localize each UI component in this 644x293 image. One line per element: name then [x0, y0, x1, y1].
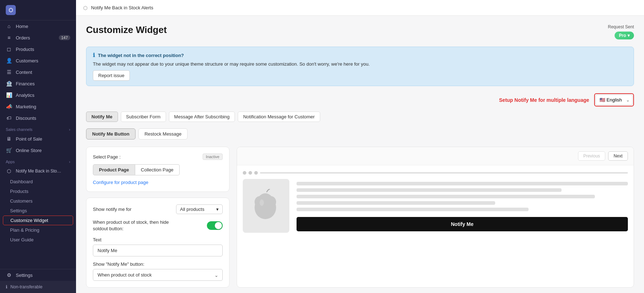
- two-col-layout: Select Page : Inactive Product Page Coll…: [86, 147, 634, 288]
- banner-header: ℹ The widget not in the correct position…: [93, 52, 627, 58]
- request-sent-label: Request Sent: [608, 24, 634, 29]
- sidebar-item-label: Products: [16, 47, 34, 52]
- select-page-card: Select Page : Inactive Product Page Coll…: [86, 147, 229, 192]
- preview-dots: [243, 171, 628, 175]
- sidebar-item-app[interactable]: ⬡ Notify Me Back in Stock Al...: [0, 165, 76, 177]
- sidebar-sub-item-settings[interactable]: Settings: [0, 206, 76, 216]
- page-tab-collection[interactable]: Collection Page: [135, 164, 180, 175]
- text-label: Text: [93, 237, 223, 242]
- apps-section[interactable]: Apps ›: [0, 156, 76, 165]
- lang-select-wrapper: 🇺🇸 English 🇫🇷 French 🇩🇪 German 🇪🇸 Spanis…: [594, 93, 634, 107]
- banner-title: The widget not in the correct position?: [98, 53, 184, 58]
- sidebar-item-finances[interactable]: 🏦 Finances: [0, 78, 76, 89]
- pos-icon: 🖥: [6, 136, 12, 142]
- page-title: Customize Widget: [86, 24, 167, 36]
- preview-notify-button[interactable]: Notify Me: [297, 217, 628, 231]
- preview-body: Notify Me: [237, 165, 634, 238]
- hide-soldout-label: When product out of stock, then hide sol…: [93, 219, 179, 232]
- apps-chevron-icon: ›: [69, 160, 70, 164]
- sidebar-item-label: Online Store: [16, 148, 42, 153]
- sidebar-sub-item-user-guide[interactable]: User Guide: [0, 235, 76, 245]
- select-page-header: Select Page : Inactive: [93, 153, 223, 160]
- marketing-icon: 📣: [6, 104, 12, 109]
- sidebar-item-customers[interactable]: 👤 Customers: [0, 55, 76, 66]
- preview-line-3: [297, 195, 595, 198]
- previous-button[interactable]: Previous: [578, 151, 606, 161]
- sidebar-nav: ⌂ Home ≡ Orders 147 ◻ Products 👤 Custome…: [0, 20, 76, 124]
- sidebar-item-settings-bottom[interactable]: ⚙ Settings: [0, 269, 76, 281]
- chevron-right-icon: ›: [69, 127, 70, 132]
- content-icon: ☰: [6, 69, 12, 75]
- sidebar-sub-item-products[interactable]: Products: [0, 186, 76, 196]
- sidebar-item-label: Home: [16, 24, 28, 29]
- tab-message-after-subscribing[interactable]: Message After Subscribing: [169, 112, 235, 122]
- show-button-select[interactable]: When product out of stock Always Never: [93, 269, 223, 281]
- header-right: Request Sent Pro ▾: [608, 24, 634, 39]
- topbar-title: Notify Me Back in Stock Alerts: [91, 5, 153, 10]
- configure-link[interactable]: Configure for product page: [93, 180, 148, 185]
- settings-sub-label: Settings: [10, 208, 27, 213]
- language-select[interactable]: 🇺🇸 English 🇫🇷 French 🇩🇪 German 🇪🇸 Spanis…: [596, 95, 633, 105]
- sidebar-item-discounts[interactable]: 🏷 Discounts: [0, 112, 76, 124]
- settings-label: Settings: [16, 273, 33, 278]
- app-icon: ⬡: [6, 168, 12, 174]
- preview-line-4: [297, 201, 495, 205]
- show-notify-label: Show notify me for: [93, 207, 132, 212]
- left-column: Select Page : Inactive Product Page Coll…: [86, 147, 229, 288]
- sidebar-item-label: Point of Sale: [16, 136, 42, 142]
- sidebar-item-content[interactable]: ☰ Content: [0, 66, 76, 78]
- chevron-down-icon: ▾: [628, 33, 630, 38]
- banner-text: The widget may not appear due to your un…: [93, 61, 627, 67]
- dot-3: [254, 171, 258, 175]
- notify-text-input[interactable]: [93, 245, 223, 256]
- sidebar-logo[interactable]: ⬡: [0, 0, 76, 20]
- sidebar-item-point-of-sale[interactable]: 🖥 Point of Sale: [0, 133, 76, 145]
- apple-svg: [252, 189, 280, 223]
- tab-subscriber-form[interactable]: Subscriber Form: [121, 112, 166, 122]
- discounts-icon: 🏷: [6, 115, 12, 121]
- preview-line-1: [297, 182, 628, 185]
- main-area: ⬡ Notify Me Back in Stock Alerts Customi…: [76, 0, 644, 293]
- sidebar-item-orders[interactable]: ≡ Orders 147: [0, 32, 76, 43]
- analytics-icon: 📊: [6, 92, 12, 98]
- preview-content: Notify Me: [243, 179, 628, 233]
- home-icon: ⌂: [6, 23, 12, 29]
- sub-tab-notify-me-button[interactable]: Notify Me Button: [86, 128, 136, 140]
- preview-right-content: Notify Me: [297, 179, 628, 231]
- sales-channels-label: Sales channels: [6, 127, 33, 132]
- products-sub-label: Products: [10, 189, 28, 194]
- tab-notification-message[interactable]: Notification Message for Customer: [238, 112, 320, 122]
- hide-soldout-toggle[interactable]: [207, 221, 223, 230]
- inactive-badge: Inactive: [203, 153, 223, 160]
- next-button[interactable]: Next: [608, 151, 628, 161]
- page-tab-product[interactable]: Product Page: [93, 164, 135, 175]
- settings-icon: ⚙: [6, 272, 12, 278]
- sales-channels-section[interactable]: Sales channels ›: [0, 124, 76, 133]
- preview-progress-bar: [260, 172, 628, 174]
- sidebar-item-products[interactable]: ◻ Products: [0, 43, 76, 55]
- sidebar-item-label: Content: [16, 70, 32, 75]
- sidebar-sub-item-customers[interactable]: Customers: [0, 196, 76, 206]
- sidebar-item-marketing[interactable]: 📣 Marketing: [0, 101, 76, 112]
- sidebar-sub-item-plan-pricing[interactable]: Plan & Pricing: [0, 225, 76, 235]
- page-tabs: Product Page Collection Page: [93, 164, 223, 175]
- pro-badge[interactable]: Pro ▾: [615, 32, 634, 39]
- sidebar-item-online-store[interactable]: 🛒 Online Store: [0, 145, 76, 156]
- svg-point-3: [257, 193, 274, 213]
- sub-tab-restock-message[interactable]: Restock Message: [138, 128, 188, 140]
- sidebar-item-home[interactable]: ⌂ Home: [0, 20, 76, 32]
- sidebar-item-analytics[interactable]: 📊 Analytics: [0, 89, 76, 101]
- tab-notify-me[interactable]: Notify Me: [86, 112, 118, 122]
- sidebar-item-label: Customers: [16, 58, 38, 63]
- all-products-select[interactable]: All products ▾: [176, 204, 223, 214]
- sidebar-sub-item-dashboard[interactable]: Dashboard: [0, 177, 76, 186]
- report-issue-button[interactable]: Report issue: [93, 70, 130, 81]
- show-button-select-wrapper: When product out of stock Always Never: [93, 269, 223, 281]
- sidebar-sub-item-customize-widget[interactable]: Customize Widget: [3, 216, 73, 225]
- sidebar-bottom: ⚙ Settings ℹ Non-transferable: [0, 269, 76, 293]
- show-button-group: Show "Notify Me" button: When product ou…: [93, 261, 223, 281]
- lang-setup-row: Setup Notify Me for multiple language 🇺🇸…: [86, 93, 634, 107]
- sidebar-item-label: Marketing: [16, 104, 36, 109]
- select-page-label: Select Page :: [93, 154, 120, 160]
- customers-icon: 👤: [6, 58, 12, 63]
